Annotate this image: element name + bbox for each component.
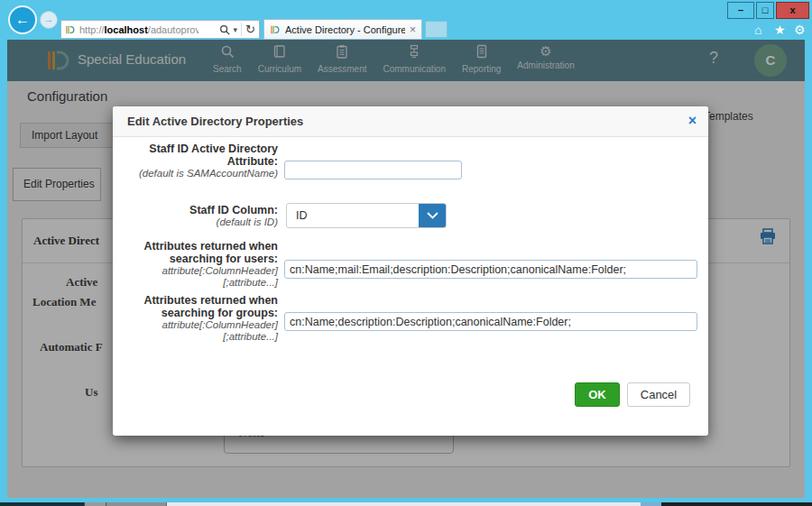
close-window-button[interactable]: x xyxy=(776,2,809,19)
new-tab-button[interactable] xyxy=(425,21,448,38)
tab-favicon-p-logo-icon xyxy=(270,24,281,35)
edit-active-directory-dialog: Edit Active Directory Properties × Staff… xyxy=(113,106,708,436)
favicon-p-logo-icon xyxy=(65,24,76,35)
maximize-button[interactable]: □ xyxy=(756,2,774,19)
staff-id-attribute-input[interactable] xyxy=(284,161,462,179)
taskbar-segment xyxy=(641,502,661,506)
staff-id-column-select[interactable]: ID xyxy=(286,203,447,228)
staff-id-column-label: Staff ID Column: (default is ID) xyxy=(120,204,278,228)
ok-button[interactable]: OK xyxy=(575,382,620,407)
page-viewport: Special Education Search Curriculum Asse… xyxy=(7,40,805,498)
maximize-icon: □ xyxy=(762,5,769,15)
browser-tab[interactable]: Active Directory - Configure × xyxy=(263,19,422,40)
settings-gear-icon[interactable]: ⚙ xyxy=(794,23,806,36)
url-text: http://localhost/adautoprovision.asp xyxy=(79,24,198,35)
taskbar-segment xyxy=(661,502,812,506)
minimize-button[interactable]: – xyxy=(727,2,754,19)
forward-icon: → xyxy=(44,14,54,24)
search-icon[interactable] xyxy=(219,24,230,35)
groups-attributes-label: Attributes returned when searching for g… xyxy=(120,294,278,343)
users-attributes-input[interactable] xyxy=(284,260,697,279)
dialog-close-icon[interactable]: × xyxy=(688,113,697,129)
tab-close-icon[interactable]: × xyxy=(410,23,416,36)
staff-id-attribute-label: Staff ID Active Directory Attribute: (de… xyxy=(120,143,278,179)
browser-window: ← → http://localhost/adautoprovision.asp… xyxy=(0,0,812,506)
cancel-button[interactable]: Cancel xyxy=(627,382,690,407)
favorites-star-icon[interactable]: ★ xyxy=(774,23,786,36)
selected-value: ID xyxy=(296,209,308,222)
home-icon[interactable]: ⌂ xyxy=(754,23,761,36)
dialog-header: Edit Active Directory Properties × xyxy=(113,106,708,137)
refresh-icon[interactable]: ↻ xyxy=(245,23,255,35)
back-icon: ← xyxy=(15,12,30,27)
chevron-down-icon[interactable] xyxy=(419,204,446,227)
chevron-down-icon[interactable]: ▾ xyxy=(234,25,238,34)
divider xyxy=(241,23,242,36)
taskbar-segment xyxy=(106,502,166,506)
groups-attributes-input[interactable] xyxy=(284,312,697,331)
taskbar-segment xyxy=(84,502,106,506)
taskbar[interactable] xyxy=(0,502,812,506)
close-icon: x xyxy=(789,5,795,15)
taskbar-segment xyxy=(166,502,641,506)
minimize-icon: – xyxy=(738,5,743,15)
browser-chrome: ← → http://localhost/adautoprovision.asp… xyxy=(0,0,812,40)
back-button[interactable]: ← xyxy=(8,5,37,34)
forward-button[interactable]: → xyxy=(40,11,58,29)
tab-title: Active Directory - Configure xyxy=(285,24,405,35)
taskbar-segment xyxy=(0,502,84,506)
users-attributes-label: Attributes returned when searching for u… xyxy=(120,240,278,289)
address-bar[interactable]: http://localhost/adautoprovision.asp ▾ ↻ xyxy=(60,20,260,39)
dialog-title: Edit Active Directory Properties xyxy=(127,115,303,128)
